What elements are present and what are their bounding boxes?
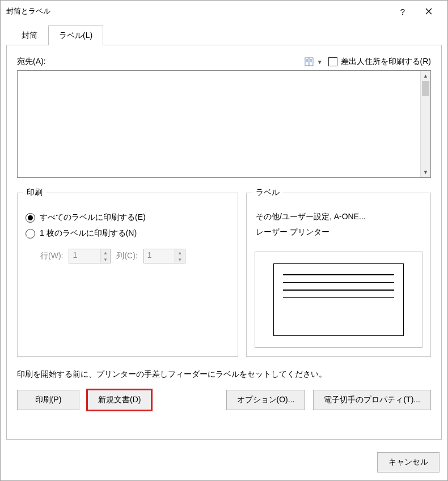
label-info-line2: レーザー プリンター [256,224,421,240]
content: 封筒 ラベル(L) 宛先(A): [1,22,447,445]
new-document-button[interactable]: 新規文書(D) [87,390,151,410]
label-info: その他/ユーザー設定, A-ONE... レーザー プリンター [255,207,422,241]
label-preview-rect [273,263,404,336]
label-legend: ラベル [252,188,283,198]
row-field-label: 行(W): [40,251,63,261]
radio-all-labels[interactable]: すべてのラベルに印刷する(E) [26,212,230,223]
window-title: 封筒とラベル [6,6,390,16]
dialog-window: 封筒とラベル ? 封筒 ラベル(L) 宛先(A): [0,0,448,481]
radio-one-indicator [26,229,35,239]
scroll-down-button[interactable]: ▼ [421,167,430,177]
tab-envelope[interactable]: 封筒 [11,25,48,45]
address-book-button[interactable]: ▼ [303,56,324,68]
tab-label[interactable]: ラベル(L) [48,25,103,45]
address-book-icon [305,57,315,67]
scroll-up-button[interactable]: ▲ [421,71,430,81]
scrollbar[interactable]: ▲ ▼ [420,71,430,177]
radio-one-label-text: 1 枚のラベルに印刷する(N) [40,228,137,239]
hint-text: 印刷を開始する前に、プリンターの手差しフィーダーにラベルをセットしてください。 [17,369,431,380]
preview-line [283,274,394,275]
return-address-checkbox-wrap[interactable]: 差出人住所を印刷する(R) [328,57,431,67]
col-spinner: 1 ▲ ▼ [143,249,185,263]
cancel-button[interactable]: キャンセル [377,452,439,473]
radio-all-indicator [26,213,35,223]
address-label: 宛先(A): [17,57,46,67]
row-spin-down: ▼ [100,256,110,263]
radio-all-label: すべてのラベルに印刷する(E) [40,212,146,223]
return-address-checkbox[interactable] [328,57,337,66]
scroll-thumb[interactable] [422,81,429,96]
spacer [159,390,218,410]
close-button[interactable] [416,3,442,20]
print-groupbox: 印刷 すべてのラベルに印刷する(E) 1 枚のラベルに印刷する(N) 行(W):… [17,193,238,357]
row-spinner: 1 ▲ ▼ [69,249,111,263]
print-button[interactable]: 印刷(P) [17,390,79,410]
return-address-checkbox-label: 差出人住所を印刷する(R) [341,57,431,67]
col-spin-up: ▲ [175,249,185,256]
footer: キャンセル [1,445,447,480]
preview-line [283,297,394,299]
chevron-down-icon: ▼ [317,59,323,65]
col-field-label: 列(C): [116,251,137,261]
address-textarea[interactable] [18,71,420,177]
stamp-properties-button[interactable]: 電子切手のプロパティ(T)... [313,390,431,410]
label-groupbox[interactable]: ラベル その他/ユーザー設定, A-ONE... レーザー プリンター [246,193,431,357]
label-info-line1: その他/ユーザー設定, A-ONE... [256,209,421,224]
tab-page-label: 宛先(A): ▼ [6,45,442,440]
row-value: 1 [69,249,100,263]
close-icon [425,8,432,15]
tabstrip: 封筒 ラベル(L) [6,25,442,45]
address-header-right: ▼ 差出人住所を印刷する(R) [303,56,431,68]
address-textarea-wrap: ▲ ▼ [17,70,431,178]
help-button[interactable]: ? [390,3,416,20]
preview-line [283,290,394,291]
mid-row: 印刷 すべてのラベルに印刷する(E) 1 枚のラベルに印刷する(N) 行(W):… [17,193,431,357]
print-legend: 印刷 [23,188,46,198]
radio-one-label[interactable]: 1 枚のラベルに印刷する(N) [26,228,230,239]
options-button[interactable]: オプション(O)... [226,390,306,410]
row-col-row: 行(W): 1 ▲ ▼ 列(C): 1 ▲ [26,249,230,263]
address-header-row: 宛先(A): ▼ [17,56,431,68]
button-row: 印刷(P) 新規文書(D) オプション(O)... 電子切手のプロパティ(T).… [17,390,431,410]
label-preview [255,252,422,348]
titlebar: 封筒とラベル ? [1,1,447,22]
preview-line [283,282,394,283]
row-spin-up: ▲ [100,249,110,256]
col-value: 1 [144,249,175,263]
col-spin-down: ▼ [175,256,185,263]
